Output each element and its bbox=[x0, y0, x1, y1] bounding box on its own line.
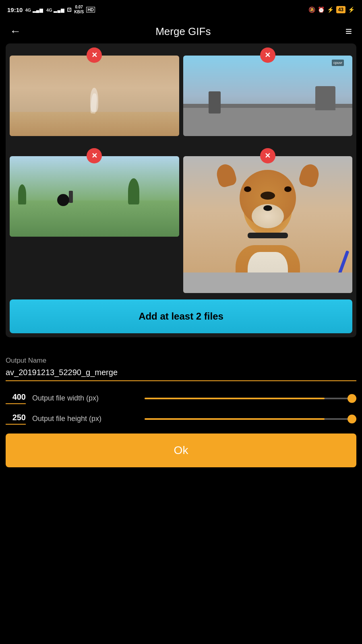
image-3-game2 bbox=[10, 156, 179, 237]
height-slider-fill bbox=[145, 418, 325, 420]
bluetooth-icon: ⚡ bbox=[327, 6, 334, 13]
height-slider-thumb[interactable] bbox=[348, 415, 356, 423]
width-slider-track[interactable] bbox=[145, 398, 356, 399]
mute-icon: 🔕 bbox=[308, 6, 315, 13]
charging-icon: ⚡ bbox=[348, 6, 355, 13]
hd-badge: HD bbox=[86, 7, 95, 12]
remove-image-1-button[interactable]: ✕ bbox=[87, 47, 102, 63]
page-title: Merge GIFs bbox=[155, 25, 211, 38]
status-bar: 19:10 4G ▂▄▆ 4G ▂▄▆ ⊡ 0.07 KB/S HD 🔕 ⏰ ⚡… bbox=[0, 0, 362, 19]
battery-indicator: 43 bbox=[336, 6, 345, 13]
speed-indicator: 0.07 KB/S bbox=[74, 5, 84, 14]
remove-image-3-button[interactable]: ✕ bbox=[87, 148, 102, 163]
width-slider-thumb[interactable] bbox=[348, 394, 356, 403]
remove-image-2-button[interactable]: ✕ bbox=[260, 47, 275, 63]
close-icon-3: ✕ bbox=[91, 152, 97, 159]
back-button[interactable]: ← bbox=[10, 25, 21, 38]
image-cell-1: ✕ bbox=[10, 47, 179, 136]
height-slider-track[interactable] bbox=[145, 418, 356, 420]
main-content: ✕ ✕ cpuvr bbox=[0, 43, 362, 349]
height-label: Output file height (px) bbox=[32, 415, 138, 423]
wifi-icon: ⊡ bbox=[67, 6, 72, 13]
back-icon: ← bbox=[10, 25, 21, 37]
add-files-button[interactable]: Add at least 2 files bbox=[10, 299, 352, 333]
output-name-label: Output Name bbox=[6, 357, 356, 365]
top-navigation: ← Merge GIFs ≡ bbox=[0, 19, 362, 43]
remove-image-4-button[interactable]: ✕ bbox=[260, 148, 275, 163]
height-value: 250 bbox=[6, 413, 26, 425]
status-right: 🔕 ⏰ ⚡ 43 ⚡ bbox=[308, 6, 355, 13]
image-grid-container: ✕ ✕ cpuvr bbox=[6, 43, 356, 337]
width-slider-row: 400 Output file width (px) bbox=[6, 392, 356, 404]
width-label: Output file width (px) bbox=[32, 394, 138, 402]
close-icon-2: ✕ bbox=[265, 52, 271, 59]
image-row-2: ✕ ✕ bbox=[10, 148, 352, 293]
close-icon-4: ✕ bbox=[265, 152, 271, 159]
image-1-desert bbox=[10, 56, 179, 136]
image-cell-3: ✕ bbox=[10, 148, 179, 293]
close-icon-1: ✕ bbox=[91, 52, 97, 59]
menu-icon: ≡ bbox=[345, 25, 352, 37]
image-cell-4: ✕ bbox=[183, 148, 353, 293]
output-name-value[interactable]: av_20191213_52290_g_merge bbox=[6, 368, 356, 381]
menu-button[interactable]: ≡ bbox=[345, 25, 352, 38]
width-value: 400 bbox=[6, 392, 26, 404]
image-row-1: ✕ ✕ cpuvr bbox=[10, 47, 352, 136]
image-4-dog bbox=[183, 156, 353, 293]
image-2-game1: cpuvr bbox=[183, 56, 353, 136]
ok-button[interactable]: Ok bbox=[6, 433, 356, 467]
output-section: Output Name av_20191213_52290_g_merge 40… bbox=[0, 349, 362, 425]
alarm-icon: ⏰ bbox=[318, 6, 325, 13]
signal-icons: 4G ▂▄▆ 4G ▂▄▆ bbox=[25, 7, 64, 13]
width-slider-fill bbox=[145, 398, 325, 399]
image-cell-2: ✕ cpuvr bbox=[183, 47, 353, 136]
height-slider-row: 250 Output file height (px) bbox=[6, 413, 356, 425]
status-left: 19:10 4G ▂▄▆ 4G ▂▄▆ ⊡ 0.07 KB/S HD bbox=[7, 5, 95, 14]
time: 19:10 bbox=[7, 6, 23, 13]
